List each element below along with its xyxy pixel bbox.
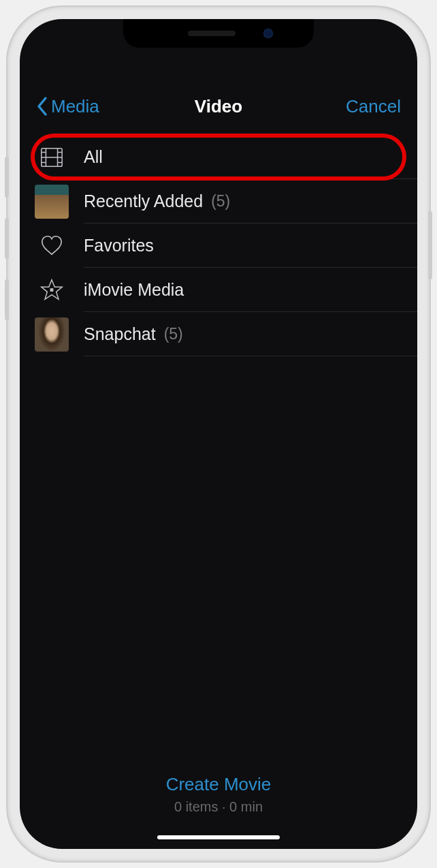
front-camera xyxy=(263,29,273,38)
album-label: Recently Added xyxy=(84,191,203,211)
thumbnail-image xyxy=(35,317,69,352)
star-icon xyxy=(35,273,69,307)
footer-status: 0 items · 0 min xyxy=(20,799,417,815)
album-count: (5) xyxy=(211,192,230,211)
thumbnail-image xyxy=(35,185,69,219)
album-row-favorites[interactable]: Favorites xyxy=(20,223,417,268)
notch xyxy=(123,19,314,48)
album-label: iMovie Media xyxy=(84,280,184,300)
home-indicator[interactable] xyxy=(157,835,280,839)
album-row-recently-added[interactable]: Recently Added (5) xyxy=(20,179,417,223)
back-label: Media xyxy=(51,96,99,117)
speaker xyxy=(188,31,236,36)
film-icon xyxy=(35,140,69,174)
back-button[interactable]: Media xyxy=(36,96,99,117)
phone-frame: Media Video Cancel xyxy=(7,7,430,861)
album-list: All Recently Added (5) Favorites xyxy=(20,125,417,774)
heart-icon xyxy=(35,229,69,263)
create-movie-button[interactable]: Create Movie xyxy=(166,774,272,795)
screen: Media Video Cancel xyxy=(20,19,417,849)
album-label: All xyxy=(84,147,103,167)
chevron-left-icon xyxy=(36,96,48,117)
page-title: Video xyxy=(195,96,242,117)
navigation-bar: Media Video Cancel xyxy=(20,87,417,125)
album-row-imovie-media[interactable]: iMovie Media xyxy=(20,268,417,312)
album-label: Snapchat xyxy=(84,324,156,344)
album-label: Favorites xyxy=(84,236,154,255)
cancel-button[interactable]: Cancel xyxy=(346,96,401,117)
album-row-all[interactable]: All xyxy=(20,135,417,179)
svg-rect-10 xyxy=(50,288,54,292)
album-count: (5) xyxy=(164,325,183,343)
album-row-snapchat[interactable]: Snapchat (5) xyxy=(20,312,417,356)
